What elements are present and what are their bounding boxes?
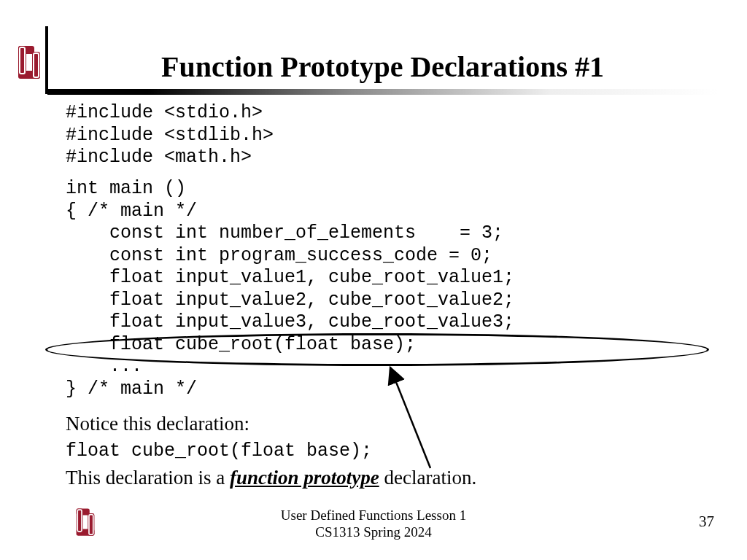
prototype-pre: This declaration is a [66,467,230,489]
code-includes: #include <stdio.h> #include <stdlib.h> #… [66,102,274,169]
title-divider [47,89,718,95]
slide-title: Function Prototype Declarations #1 [47,50,718,84]
prototype-sentence: This declaration is a function prototype… [66,467,476,489]
page-number: 37 [699,513,714,531]
footer-line1: User Defined Functions Lesson 1 [0,508,747,524]
prototype-post: declaration. [379,467,476,489]
footer-text: User Defined Functions Lesson 1 CS1313 S… [0,508,747,541]
ou-logo-top [15,44,44,89]
notice-code: float cube_root(float base); [66,440,372,462]
footer-line2: CS1313 Spring 2024 [0,524,747,541]
notice-text: Notice this declaration: [66,413,249,435]
code-main: int main () { /* main */ const int numbe… [66,178,514,400]
prototype-keyword: function prototype [230,467,379,489]
